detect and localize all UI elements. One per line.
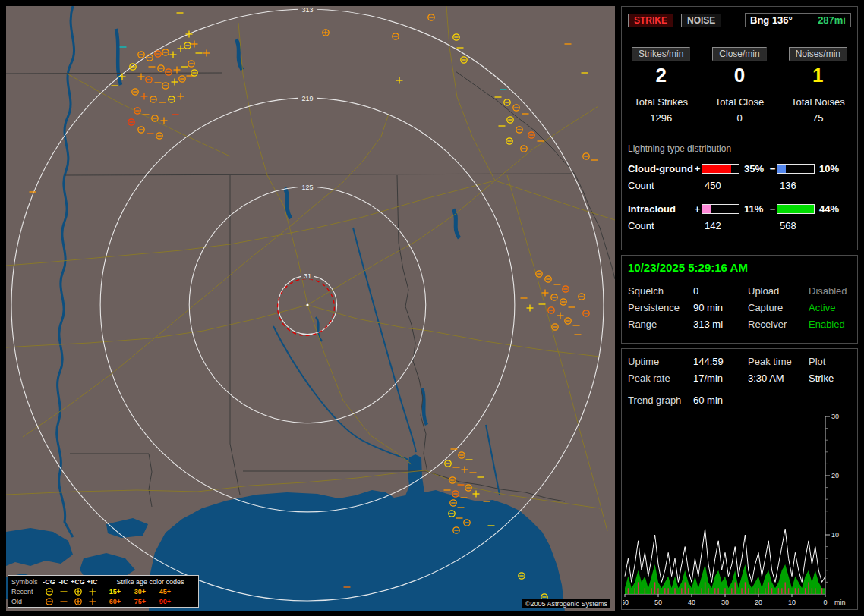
peak-rate-label: Peak rate <box>628 372 693 384</box>
old-neg-cg-icon <box>42 597 56 606</box>
legend-recent-label: Recent <box>8 588 42 596</box>
strike-button[interactable]: STRIKE <box>628 14 673 27</box>
trend-graph: 1020306050403020100min <box>623 412 854 611</box>
svg-text:min: min <box>834 599 846 606</box>
cg-count-label: Count <box>628 180 693 191</box>
total-strikes-cell: Total Strikes 1296 <box>622 96 700 124</box>
distribution-title: Lightning type distribution <box>628 143 851 154</box>
age-15: 15+ <box>102 588 128 596</box>
map-rivers <box>57 6 500 537</box>
age-90: 90+ <box>153 598 178 605</box>
upload-label: Upload <box>748 285 809 297</box>
legend-header-row: Symbols -CG -IC +CG +IC Strike age color… <box>8 577 198 586</box>
cg-minus-count: 136 <box>777 180 815 191</box>
legend-age-header: Strike age color codes <box>102 578 198 586</box>
total-noises-label: Total Noises <box>779 96 857 108</box>
ic-plus-count: 142 <box>702 220 739 231</box>
receiver-status: Enabled <box>809 319 851 330</box>
cloud-ground-label: Cloud-ground <box>628 163 693 174</box>
recent-neg-ic-icon <box>56 587 71 596</box>
legend-symbols-header: Symbols <box>8 578 42 586</box>
status-grid: Squelch 0 Upload Disabled Persistence 90… <box>628 285 851 330</box>
map-legend: Symbols -CG -IC +CG +IC Strike age color… <box>8 575 199 608</box>
svg-text:30: 30 <box>721 599 729 606</box>
age-60: 60+ <box>102 598 128 605</box>
peak-time-value: 3:30 AM <box>748 372 809 384</box>
svg-text:10: 10 <box>831 531 839 539</box>
total-close-value: 0 <box>700 112 778 124</box>
cloud-ground-row: Cloud-ground + 35% − 10% <box>628 163 851 174</box>
strikes-per-min-value: 2 <box>622 64 700 87</box>
uptime-label: Uptime <box>628 356 693 367</box>
copyright-text: ©2005 Astrogenic Systems <box>522 599 610 608</box>
stats-panel: STRIKE NOISE Bng 136° 287mi Strikes/min … <box>621 6 858 250</box>
ic-plus-pct: 11% <box>739 203 768 215</box>
trend-graph-label: Trend graph <box>628 394 693 406</box>
svg-text:0: 0 <box>823 599 827 606</box>
recent-neg-cg-icon <box>42 587 56 596</box>
ic-minus-count: 568 <box>777 220 815 231</box>
svg-text:10: 10 <box>788 599 796 606</box>
svg-text:20: 20 <box>755 599 762 606</box>
trend-window-value: 60 min <box>693 394 748 406</box>
noise-button[interactable]: NOISE <box>681 14 721 27</box>
peak-time-label: Peak time <box>748 356 809 367</box>
distance-value: 287mi <box>818 14 846 26</box>
legend-col-neg-cg: -CG <box>43 578 55 586</box>
toolbar: STRIKE NOISE Bng 136° 287mi <box>628 13 851 27</box>
intracloud-row: Intracloud + 11% − 44% <box>628 203 851 215</box>
legend-col-neg-ic: -IC <box>59 578 68 586</box>
close-per-min-button[interactable]: Close/min <box>712 47 766 61</box>
rate-counters: Strikes/min 2 Close/min 0 Noises/min 1 <box>622 47 857 87</box>
minus-sign: − <box>768 163 777 174</box>
svg-text:60: 60 <box>623 599 629 606</box>
total-strikes-label: Total Strikes <box>622 96 700 108</box>
strikes-per-min-cell: Strikes/min 2 <box>622 47 700 87</box>
svg-text:313: 313 <box>301 6 313 14</box>
recent-pos-cg-icon <box>71 587 85 596</box>
total-counters: Total Strikes 1296 Total Close 0 Total N… <box>622 96 857 124</box>
legend-recent-row: Recent 15+ 30+ 45+ <box>8 586 198 596</box>
old-pos-cg-icon <box>71 597 85 606</box>
persistence-label: Persistence <box>628 302 693 313</box>
uptime-grid: Uptime 144:59 Peak time Plot Peak rate 1… <box>628 356 851 384</box>
minus-sign: − <box>768 203 777 215</box>
map-roads <box>6 6 615 531</box>
total-close-label: Total Close <box>700 96 778 108</box>
plus-sign: + <box>693 163 702 174</box>
cg-minus-pct: 10% <box>815 163 844 174</box>
ic-minus-bar <box>777 204 815 214</box>
noises-per-min-button[interactable]: Noises/min <box>789 47 847 61</box>
cloud-ground-count-row: Count 450 136 <box>628 180 851 191</box>
total-noises-cell: Total Noises 75 <box>779 96 857 124</box>
cg-minus-bar <box>777 164 815 174</box>
svg-text:40: 40 <box>688 599 695 606</box>
intracloud-count-row: Count 142 568 <box>628 220 851 231</box>
lightning-map[interactable]: 31321912531 Symbols -CG -IC +CG +IC Stri… <box>6 6 615 611</box>
peak-rate-value: 17/min <box>693 372 748 384</box>
map-state-borders <box>6 71 615 507</box>
range-label: Range <box>628 319 693 330</box>
old-neg-ic-icon <box>56 597 71 606</box>
legend-old-label: Old <box>8 598 42 605</box>
total-noises-value: 75 <box>779 112 857 124</box>
squelch-value: 0 <box>693 285 748 297</box>
bearing-value: Bng 136° <box>750 14 793 26</box>
total-strikes-value: 1296 <box>622 112 700 124</box>
cg-plus-count: 450 <box>702 180 739 191</box>
squelch-label: Squelch <box>628 285 693 297</box>
legend-old-row: Old 60+ 75+ 90+ <box>8 596 198 606</box>
strikes-per-min-button[interactable]: Strikes/min <box>632 47 690 61</box>
receiver-label: Receiver <box>748 319 809 330</box>
plot-label: Plot <box>809 356 851 367</box>
ic-minus-pct: 44% <box>815 203 844 215</box>
svg-text:20: 20 <box>831 472 839 479</box>
close-per-min-value: 0 <box>700 64 778 87</box>
status-panel: 10/23/2025 5:29:16 AM Squelch 0 Upload D… <box>621 255 858 344</box>
svg-text:50: 50 <box>654 599 662 606</box>
trend-panel: Uptime 144:59 Peak time Plot Peak rate 1… <box>621 348 858 610</box>
legend-col-pos-cg: +CG <box>71 578 85 586</box>
datetime-display: 10/23/2025 5:29:16 AM <box>622 256 857 278</box>
cg-plus-bar <box>702 164 739 174</box>
intracloud-label: Intracloud <box>628 203 693 215</box>
